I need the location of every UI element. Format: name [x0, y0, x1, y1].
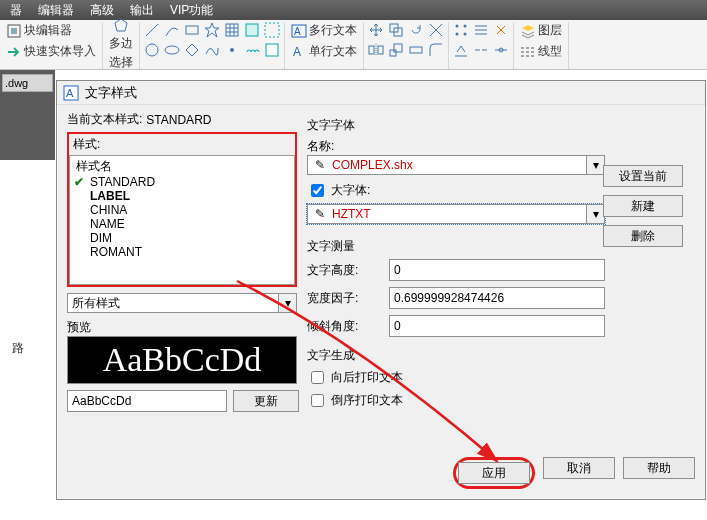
style-list-header: 样式名	[70, 158, 294, 175]
backward-checkbox[interactable]: 向后打印文本	[307, 368, 605, 387]
help-button[interactable]: 帮助	[623, 457, 695, 479]
style-list[interactable]: 样式名 STANDARD LABEL CHINA NAME DIM ROMANT	[69, 155, 295, 285]
apply-button[interactable]: 应用	[458, 462, 530, 484]
svg-rect-12	[266, 44, 278, 56]
arc-icon[interactable]	[164, 22, 180, 38]
circle-icon[interactable]	[144, 42, 160, 58]
new-button[interactable]: 新建	[603, 195, 683, 217]
copy-icon[interactable]	[388, 22, 404, 38]
menubar: 器 编辑器 高级 输出 VIP功能	[0, 0, 707, 20]
style-item-name[interactable]: NAME	[70, 217, 294, 231]
upside-checkbox[interactable]: 倒序打印文本	[307, 391, 605, 410]
style-item-china[interactable]: CHINA	[70, 203, 294, 217]
multi-select-button[interactable]: 多边 选择	[107, 22, 135, 66]
linetype-button[interactable]: 线型	[518, 43, 564, 60]
menu-item[interactable]: 输出	[122, 2, 162, 19]
mtext-icon: A	[291, 23, 307, 39]
svg-text:A: A	[66, 87, 74, 99]
join-icon[interactable]	[493, 42, 509, 58]
svg-rect-1	[11, 28, 17, 34]
width-input[interactable]	[389, 287, 605, 309]
preview-label: 预览	[67, 319, 297, 336]
stext-icon: A	[291, 44, 307, 60]
hatch-icon[interactable]	[224, 22, 240, 38]
layer-icon	[520, 23, 536, 39]
stretch-icon[interactable]	[408, 42, 424, 58]
oblique-label: 倾斜角度:	[307, 318, 383, 335]
current-style-label: 当前文本样式:	[67, 111, 142, 128]
svg-rect-18	[369, 46, 374, 54]
menu-item[interactable]: 编辑器	[30, 2, 82, 19]
style-item-dim[interactable]: DIM	[70, 231, 294, 245]
menu-item[interactable]: VIP功能	[162, 2, 221, 19]
point-icon[interactable]	[224, 42, 240, 58]
polygon-icon	[113, 17, 129, 33]
font-group-label: 文字字体	[307, 117, 605, 134]
menu-item[interactable]: 高级	[82, 2, 122, 19]
svg-rect-3	[186, 26, 198, 34]
rotate-icon[interactable]	[408, 22, 424, 38]
wipeout-icon[interactable]	[264, 42, 280, 58]
delete-button[interactable]: 删除	[603, 225, 683, 247]
trim-icon[interactable]	[428, 22, 444, 38]
svg-rect-5	[226, 24, 238, 36]
region-icon[interactable]	[244, 22, 260, 38]
linetype-icon	[520, 44, 536, 60]
star-icon[interactable]	[204, 22, 220, 38]
svg-text:A: A	[294, 26, 301, 37]
line-icon[interactable]	[144, 22, 160, 38]
layer-button[interactable]: 图层	[518, 22, 564, 39]
bigfont-combo[interactable]: ✎HZTXT ▾	[307, 204, 605, 224]
set-current-button[interactable]: 设置当前	[603, 165, 683, 187]
style-item-romant[interactable]: ROMANT	[70, 245, 294, 259]
mirror-icon[interactable]	[368, 42, 384, 58]
scale-icon[interactable]	[388, 42, 404, 58]
svg-point-26	[464, 33, 467, 36]
menu-item[interactable]: 器	[2, 2, 30, 19]
move-icon[interactable]	[368, 22, 384, 38]
explode-icon[interactable]	[493, 22, 509, 38]
style-item-label[interactable]: LABEL	[70, 189, 294, 203]
preview-panel: AaBbCcDd	[67, 336, 297, 384]
svg-text:A: A	[293, 45, 301, 59]
align-icon[interactable]	[453, 42, 469, 58]
oblique-input[interactable]	[389, 315, 605, 337]
svg-rect-21	[394, 44, 402, 52]
style-item-standard[interactable]: STANDARD	[70, 175, 294, 189]
bigfont-checkbox[interactable]: 大字体:	[307, 181, 605, 200]
rect-icon[interactable]	[184, 22, 200, 38]
quick-import-button[interactable]: 快速实体导入	[4, 43, 98, 60]
mtext-button[interactable]: A 多行文本	[289, 22, 359, 39]
import-icon	[6, 44, 22, 60]
fillet-icon[interactable]	[428, 42, 444, 58]
break-icon[interactable]	[473, 42, 489, 58]
block-editor-button[interactable]: 块编辑器	[4, 22, 98, 39]
chevron-down-icon[interactable]: ▾	[279, 293, 297, 313]
svg-rect-19	[378, 46, 383, 54]
height-label: 文字高度:	[307, 262, 383, 279]
height-input[interactable]	[389, 259, 605, 281]
cancel-button[interactable]: 取消	[543, 457, 615, 479]
font-name-label: 名称:	[307, 138, 605, 155]
svg-rect-22	[410, 47, 422, 53]
dwg-tab[interactable]: .dwg	[2, 74, 53, 92]
svg-point-25	[456, 33, 459, 36]
boundary-icon[interactable]	[264, 22, 280, 38]
svg-rect-20	[390, 50, 396, 56]
offset-icon[interactable]	[473, 22, 489, 38]
polygon2-icon[interactable]	[184, 42, 200, 58]
svg-marker-2	[115, 19, 127, 31]
block-editor-icon	[6, 23, 22, 39]
spline-icon[interactable]	[204, 42, 220, 58]
shx-icon: ✎	[312, 157, 328, 173]
current-style-value: STANDARD	[146, 113, 211, 127]
font-name-combo[interactable]: ✎COMPLEX.shx ▾	[307, 155, 605, 175]
stext-button[interactable]: A 单行文本	[289, 43, 359, 60]
ribbon: 块编辑器 快速实体导入 多边 选择	[0, 20, 707, 70]
style-filter-combo[interactable]: 所有样式 ▾	[67, 293, 297, 313]
update-button[interactable]: 更新	[233, 390, 299, 412]
ellipse-icon[interactable]	[164, 42, 180, 58]
revcloud-icon[interactable]	[244, 42, 260, 58]
array-icon[interactable]	[453, 22, 469, 38]
preview-text-input[interactable]	[67, 390, 227, 412]
